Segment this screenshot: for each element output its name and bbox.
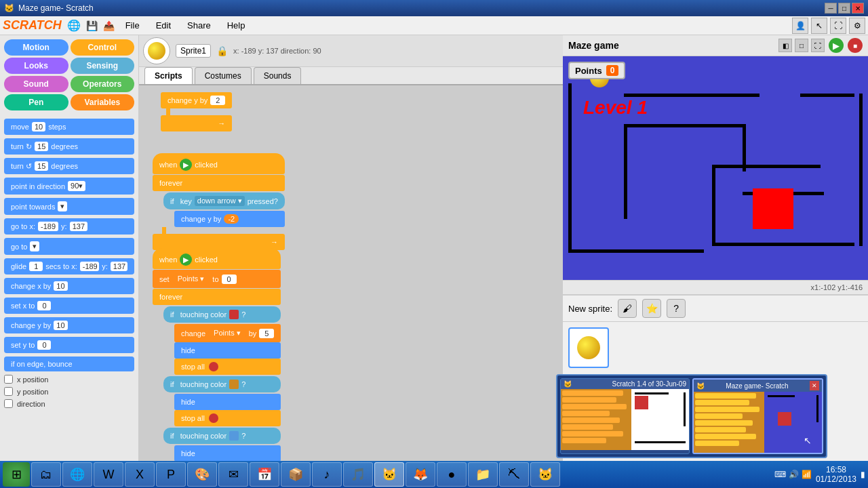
- taskbar-minecraft[interactable]: ⛏: [499, 462, 529, 487]
- stop-button[interactable]: ■: [848, 38, 863, 53]
- cat-operators[interactable]: Operators: [71, 76, 135, 92]
- taskbar-mail[interactable]: ✉: [218, 462, 248, 487]
- settings-icon[interactable]: ⚙: [849, 18, 865, 34]
- y-position-checkbox[interactable]: [4, 387, 13, 396]
- block-forever-3[interactable]: forever: [153, 289, 281, 305]
- taskbar-firefox[interactable]: 🦊: [406, 462, 435, 487]
- share-menu[interactable]: Share: [182, 19, 216, 32]
- block-when-clicked-2[interactable]: when ▶ clicked: [153, 153, 285, 174]
- direction-checkbox[interactable]: [4, 399, 13, 408]
- block-go-to[interactable]: go to ▾: [4, 238, 134, 255]
- fullscreen-icon[interactable]: ⛶: [830, 18, 846, 34]
- minimize-button[interactable]: ─: [825, 3, 837, 14]
- question-sprite-button[interactable]: ?: [667, 299, 686, 318]
- block-change-points-5[interactable]: change Points ▾ by 5: [174, 324, 281, 342]
- paint-sprite-button[interactable]: 🖌: [618, 299, 637, 318]
- connector-1: [166, 108, 170, 115]
- small-stage-button[interactable]: ◧: [778, 39, 792, 52]
- taskbar-ie[interactable]: 🌐: [62, 462, 92, 487]
- thumb-mazegame-close[interactable]: ✕: [810, 381, 819, 390]
- taskbar-itunes[interactable]: 🎵: [343, 462, 373, 487]
- block-hide-2[interactable]: hide: [174, 394, 281, 410]
- if-body-2: change y by -2: [174, 211, 285, 227]
- tab-scripts[interactable]: Scripts: [144, 67, 193, 84]
- green-flag-button[interactable]: ▶: [829, 38, 844, 53]
- taskbar-cat-app[interactable]: 🐱: [530, 462, 560, 487]
- taskbar-scratch[interactable]: 🐱: [374, 462, 404, 487]
- cat-variables[interactable]: Variables: [71, 94, 135, 110]
- close-button[interactable]: ✕: [852, 3, 864, 14]
- block-set-points[interactable]: set Points ▾ to 0: [153, 270, 281, 288]
- block-set-x[interactable]: set x to 0: [4, 298, 134, 314]
- block-when-clicked-3[interactable]: when ▶ clicked: [153, 248, 281, 269]
- cat-looks[interactable]: Looks: [4, 58, 68, 74]
- star-sprite-button[interactable]: ⭐: [642, 299, 661, 318]
- block-turn-ccw[interactable]: turn ↺ 15 degrees: [4, 158, 134, 174]
- block-point-towards[interactable]: point towards ▾: [4, 198, 134, 215]
- floppy-icon[interactable]: 💾: [86, 20, 98, 31]
- maximize-button[interactable]: □: [838, 3, 850, 14]
- taskbar-dropbox[interactable]: 📦: [281, 462, 311, 487]
- block-point-direction[interactable]: point in direction 90▾: [4, 178, 134, 195]
- taskbar-files[interactable]: 📁: [468, 462, 498, 487]
- block-set-y[interactable]: set y to 0: [4, 337, 134, 353]
- cat-control[interactable]: Control: [71, 39, 135, 56]
- stage-title: Maze game: [568, 40, 619, 51]
- x-position-checkbox[interactable]: [4, 375, 13, 384]
- person-icon[interactable]: 👤: [792, 18, 808, 34]
- taskbar-paint[interactable]: 🎨: [187, 462, 217, 487]
- title-bar-controls[interactable]: ─ □ ✕: [825, 3, 864, 14]
- edit-menu[interactable]: Edit: [151, 19, 176, 32]
- taskbar-excel[interactable]: X: [125, 462, 155, 487]
- block-if-touch-3[interactable]: if touching color ?: [163, 428, 281, 444]
- start-button[interactable]: ⊞: [3, 462, 30, 487]
- block-change-y[interactable]: change y by 10: [4, 317, 134, 333]
- fullscreen-stage-button[interactable]: ⛶: [811, 39, 825, 52]
- cursor-icon[interactable]: ↖: [811, 18, 827, 34]
- taskbar-media[interactable]: ♪: [312, 462, 342, 487]
- block-go-to-xy[interactable]: go to x:-189 y:137: [4, 218, 134, 235]
- help-menu[interactable]: Help: [222, 19, 251, 32]
- block-arrow-1[interactable]: →: [161, 115, 232, 131]
- block-change-y-neg2[interactable]: change y by -2: [174, 211, 285, 227]
- taskbar-powerpoint[interactable]: P: [156, 462, 186, 487]
- cat-sound[interactable]: Sound: [4, 76, 68, 92]
- script-canvas[interactable]: change y by 2 → when ▶ clicked forever: [139, 85, 563, 470]
- cat-motion[interactable]: Motion: [4, 39, 68, 56]
- block-hide-1[interactable]: hide: [174, 342, 281, 359]
- block-change-y-2[interactable]: change y by 2: [161, 92, 232, 108]
- block-if-touch-1[interactable]: if touching color ?: [163, 306, 281, 323]
- block-stop-all-2[interactable]: stop all: [174, 410, 281, 426]
- lock-icon: 🔒: [216, 45, 228, 56]
- cat-sensing[interactable]: Sensing: [71, 58, 135, 74]
- sprite-header-bar: Sprite1 🔒 x: -189 y: 137 direction: 90: [139, 35, 563, 67]
- large-stage-button[interactable]: □: [795, 39, 808, 52]
- block-turn-cw[interactable]: turn ↻ 15 degrees: [4, 138, 134, 155]
- sprite-thumb-1[interactable]: [568, 327, 609, 368]
- block-if-on-edge[interactable]: if on edge, bounce: [4, 357, 134, 371]
- block-forever-2[interactable]: forever: [153, 175, 285, 191]
- taskbar-explorer[interactable]: 🗂: [31, 462, 61, 487]
- share-icon[interactable]: 📤: [103, 20, 115, 31]
- globe-icon[interactable]: 🌐: [67, 19, 81, 32]
- block-move[interactable]: move 10 steps: [4, 119, 134, 135]
- taskbar-word[interactable]: W: [94, 462, 123, 487]
- blocks-panel: Motion Control Looks Sensing Sound Opera…: [0, 35, 139, 470]
- sprite-name[interactable]: Sprite1: [176, 44, 211, 58]
- show-desktop-icon[interactable]: ▮: [861, 470, 865, 479]
- block-change-x[interactable]: change x by 10: [4, 278, 134, 294]
- tab-costumes[interactable]: Costumes: [195, 67, 252, 84]
- tab-sounds[interactable]: Sounds: [254, 67, 302, 84]
- menu-bar: SCRATCH 🌐 💾 📤 File Edit Share Help 👤 ↖ ⛶…: [0, 16, 868, 35]
- block-stop-all-1[interactable]: stop all: [174, 359, 281, 375]
- block-glide[interactable]: glide 1 secs to x:-189 y:137: [4, 258, 134, 274]
- block-if-touch-2[interactable]: if touching color ?: [163, 376, 281, 392]
- thumb-scratch14[interactable]: 🐱 Scratch 1.4 of 30-Jun-09: [560, 378, 690, 454]
- cat-pen[interactable]: Pen: [4, 94, 68, 110]
- thumb-mazegame[interactable]: 🐱 Maze game- Scratch ✕: [692, 378, 823, 454]
- file-menu[interactable]: File: [120, 19, 145, 32]
- block-if-key-down[interactable]: if key down arrow ▾ pressed?: [163, 192, 285, 209]
- taskbar-calendar[interactable]: 📅: [250, 462, 279, 487]
- taskbar-chrome[interactable]: ●: [437, 462, 467, 487]
- block-hide-3[interactable]: hide: [174, 445, 281, 462]
